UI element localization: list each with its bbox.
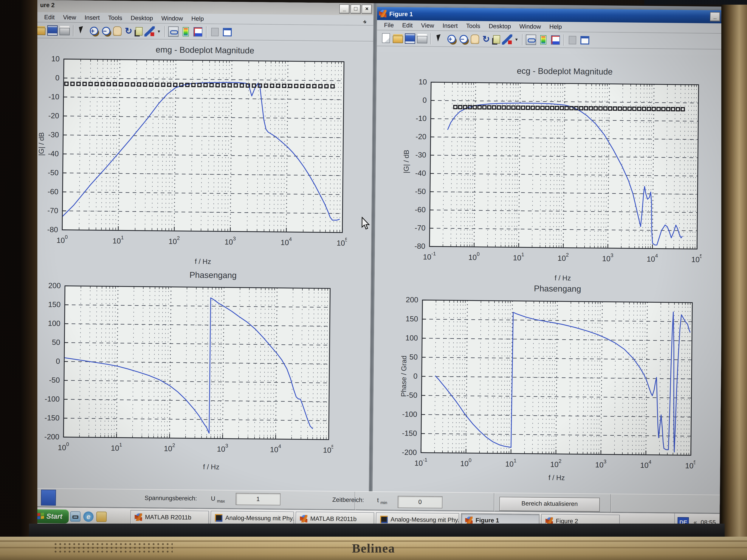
svg-text:102: 102	[558, 252, 569, 262]
svg-text:-100: -100	[402, 410, 417, 418]
chart-title-ecg-magnitude: ecg - Bodeplot Magnitude	[471, 66, 658, 77]
rotate-3d-icon[interactable]: ↻	[481, 34, 491, 45]
svg-text:105: 105	[323, 444, 334, 454]
svg-text:102: 102	[169, 235, 180, 245]
menu-help[interactable]: Help	[187, 14, 208, 23]
show-plot-tools-icon[interactable]	[580, 36, 589, 44]
menu-edit[interactable]: Edit	[398, 21, 417, 30]
menu-insert[interactable]: Insert	[80, 13, 104, 22]
maximize-icon[interactable]: □	[351, 4, 361, 14]
pointer-icon[interactable]	[77, 25, 87, 36]
update-range-button[interactable]: Bereich aktualisieren	[499, 497, 600, 512]
open-file-icon[interactable]	[393, 35, 403, 43]
svg-text:102: 102	[550, 458, 561, 469]
svg-text:-60: -60	[415, 205, 426, 214]
svg-text:-100: -100	[45, 395, 59, 403]
data-cursor-icon[interactable]	[135, 27, 143, 35]
svg-text:101: 101	[111, 442, 122, 452]
menu-window[interactable]: Window	[157, 14, 187, 23]
print-figure-icon[interactable]	[59, 28, 70, 35]
data-cursor-icon[interactable]	[493, 35, 500, 43]
svg-text:-200: -200	[44, 432, 59, 441]
time-symbol: t min	[377, 497, 387, 505]
svg-text:103: 103	[602, 252, 613, 263]
menu-edit[interactable]: Edit	[40, 13, 59, 22]
hide-plot-tools-icon[interactable]	[211, 28, 219, 36]
menu-tools[interactable]: Tools	[104, 13, 126, 22]
menu-tools[interactable]: Tools	[462, 21, 484, 30]
show-plot-tools-icon[interactable]	[223, 28, 232, 36]
folder-icon[interactable]	[96, 511, 107, 522]
svg-text:-30: -30	[415, 151, 426, 159]
figure1-title: Figure 1	[389, 10, 413, 17]
svg-text:101: 101	[505, 458, 516, 468]
menu-view[interactable]: View	[417, 21, 438, 30]
svg-text:-80: -80	[47, 225, 58, 234]
insert-colorbar-icon[interactable]	[540, 35, 546, 44]
rotate-3d-icon[interactable]: ↻	[124, 26, 134, 36]
zoom-in-icon[interactable]: +	[90, 26, 98, 35]
menu-help[interactable]: Help	[545, 22, 566, 31]
brush-data-icon[interactable]	[502, 34, 512, 45]
svg-text:-50: -50	[48, 168, 59, 177]
pointer-icon[interactable]	[434, 33, 445, 44]
menu-view[interactable]: View	[59, 13, 80, 22]
minimize-icon[interactable]: _	[339, 4, 350, 14]
link-plot-icon[interactable]	[168, 26, 179, 36]
save-figure-icon[interactable]	[47, 25, 58, 35]
svg-text:-40: -40	[48, 149, 59, 158]
taskbar-item-matlab-1[interactable]: MATLAB R2011b	[131, 510, 209, 525]
svg-text:0: 0	[413, 372, 418, 380]
monitor-brand-logo: Belinea	[0, 541, 747, 556]
close-icon[interactable]: ×	[362, 4, 372, 14]
insert-legend-icon[interactable]	[193, 27, 202, 36]
svg-text:104: 104	[647, 253, 658, 263]
zoom-out-icon[interactable]: −	[102, 27, 110, 35]
brush-dropdown-icon[interactable]: ▾	[514, 34, 519, 45]
pan-hand-icon[interactable]	[471, 34, 479, 44]
svg-text:101: 101	[513, 251, 524, 262]
internet-explorer-icon[interactable]: e	[83, 511, 94, 522]
minimize-icon[interactable]: _	[710, 12, 720, 22]
svg-text:200: 200	[48, 282, 61, 290]
time-min-input[interactable]: 0	[397, 496, 443, 508]
menu-window[interactable]: Window	[515, 22, 545, 31]
svg-text:103: 103	[225, 236, 236, 246]
link-plot-icon[interactable]	[526, 34, 536, 45]
svg-text:150: 150	[48, 300, 60, 309]
chart-title-ecg-phase: Phasengang	[464, 283, 651, 295]
windows-desktop: ure 2 _ □ × Edit View Insert Tools Deskt…	[32, 0, 725, 531]
menu-file[interactable]: File	[380, 21, 398, 29]
matlab-icon	[300, 515, 307, 522]
insert-legend-icon[interactable]	[551, 35, 560, 45]
toolbar-overflow-icon[interactable]: »	[361, 18, 369, 25]
start-button[interactable]: Start	[33, 509, 69, 523]
insert-colorbar-icon[interactable]	[182, 27, 189, 36]
x-axis-label: f / Hz	[156, 257, 250, 266]
figure1-toolbar: + − ↻ ▾	[377, 30, 725, 50]
menu-insert[interactable]: Insert	[438, 21, 462, 30]
show-desktop-icon[interactable]: ▭	[70, 511, 81, 522]
figure2-toolbar: + − ↻ ▾	[32, 22, 373, 42]
svg-text:-30: -30	[48, 131, 59, 139]
menu-desktop[interactable]: Desktop	[126, 14, 157, 23]
print-figure-icon[interactable]	[417, 36, 427, 44]
save-figure-icon[interactable]	[405, 33, 415, 44]
svg-text:-20: -20	[415, 132, 426, 141]
svg-text:103: 103	[217, 443, 228, 453]
brush-data-icon[interactable]	[144, 26, 155, 36]
svg-text:-150: -150	[45, 414, 59, 422]
brush-dropdown-icon[interactable]: ▾	[156, 26, 161, 36]
hide-plot-tools-icon[interactable]	[569, 36, 576, 44]
zoom-out-icon[interactable]: −	[459, 34, 468, 43]
new-figure-icon[interactable]	[382, 33, 390, 43]
taskbar-item-analog-1[interactable]: Analog-Messung mit Phy...	[211, 510, 294, 525]
menu-desktop[interactable]: Desktop	[484, 22, 515, 31]
app-icon	[380, 515, 388, 523]
voltage-max-input[interactable]: 1	[236, 493, 281, 505]
svg-text:102: 102	[164, 442, 175, 453]
pan-hand-icon[interactable]	[113, 26, 122, 35]
zoom-in-icon[interactable]: +	[447, 34, 456, 43]
photo-of-monitor: ure 2 _ □ × Edit View Insert Tools Deskt…	[0, 0, 747, 560]
ecg-magnitude-axes: 100-10-20-30-40-50-60-70-8010-1100101102…	[398, 78, 703, 273]
